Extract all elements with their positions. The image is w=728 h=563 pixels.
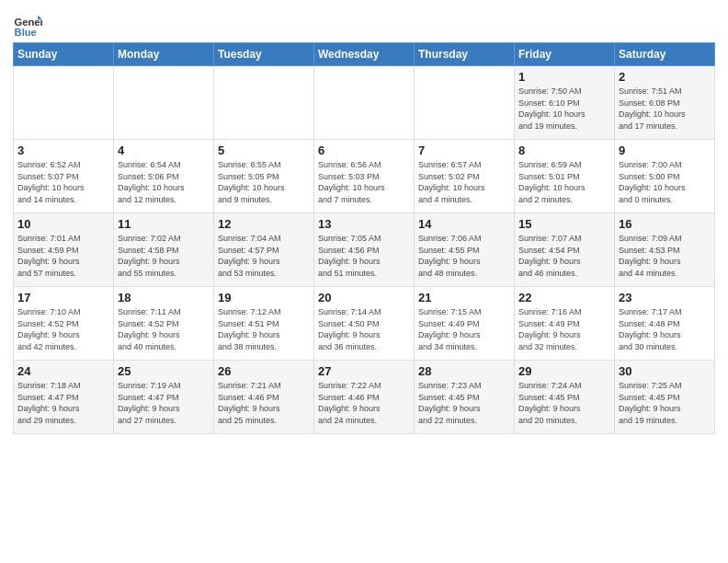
calendar-day-cell — [415, 66, 515, 140]
day-number: 6 — [318, 144, 410, 157]
calendar-day-cell: 5Sunrise: 6:55 AM Sunset: 5:05 PM Daylig… — [214, 140, 314, 213]
day-info: Sunrise: 6:52 AM Sunset: 5:07 PM Dayligh… — [17, 159, 109, 205]
day-info: Sunrise: 6:54 AM Sunset: 5:06 PM Dayligh… — [118, 159, 210, 205]
day-number: 3 — [17, 144, 109, 157]
calendar-day-cell: 2Sunrise: 7:51 AM Sunset: 6:08 PM Daylig… — [615, 66, 715, 140]
calendar-day-cell: 10Sunrise: 7:01 AM Sunset: 4:59 PM Dayli… — [14, 213, 114, 287]
day-info: Sunrise: 7:25 AM Sunset: 4:45 PM Dayligh… — [619, 380, 711, 426]
day-number: 19 — [218, 291, 310, 304]
day-number: 11 — [118, 217, 210, 231]
day-info: Sunrise: 7:50 AM Sunset: 6:10 PM Dayligh… — [518, 86, 610, 132]
calendar-week-row: 3Sunrise: 6:52 AM Sunset: 5:07 PM Daylig… — [14, 140, 715, 213]
day-info: Sunrise: 7:04 AM Sunset: 4:57 PM Dayligh… — [218, 233, 310, 279]
day-number: 13 — [318, 217, 410, 231]
day-info: Sunrise: 7:09 AM Sunset: 4:53 PM Dayligh… — [619, 233, 711, 279]
calendar-day-cell: 21Sunrise: 7:15 AM Sunset: 4:49 PM Dayli… — [415, 287, 515, 361]
calendar-day-cell: 13Sunrise: 7:05 AM Sunset: 4:56 PM Dayli… — [314, 213, 415, 287]
day-info: Sunrise: 7:17 AM Sunset: 4:48 PM Dayligh… — [619, 306, 711, 352]
calendar-week-row: 1Sunrise: 7:50 AM Sunset: 6:10 PM Daylig… — [14, 66, 715, 140]
day-info: Sunrise: 6:55 AM Sunset: 5:05 PM Dayligh… — [218, 159, 310, 205]
calendar-day-cell: 14Sunrise: 7:06 AM Sunset: 4:55 PM Dayli… — [415, 213, 515, 287]
day-number: 20 — [318, 291, 410, 304]
calendar-day-cell: 16Sunrise: 7:09 AM Sunset: 4:53 PM Dayli… — [615, 213, 715, 287]
day-info: Sunrise: 6:57 AM Sunset: 5:02 PM Dayligh… — [418, 159, 510, 205]
weekday-header: Thursday — [415, 43, 515, 66]
day-number: 17 — [17, 291, 109, 304]
day-info: Sunrise: 7:07 AM Sunset: 4:54 PM Dayligh… — [518, 233, 610, 279]
calendar-day-cell: 3Sunrise: 6:52 AM Sunset: 5:07 PM Daylig… — [14, 140, 114, 213]
day-number: 22 — [518, 291, 610, 304]
calendar-day-cell: 6Sunrise: 6:56 AM Sunset: 5:03 PM Daylig… — [314, 140, 415, 213]
weekday-header: Wednesday — [314, 43, 415, 66]
calendar-day-cell: 9Sunrise: 7:00 AM Sunset: 5:00 PM Daylig… — [615, 140, 715, 213]
day-info: Sunrise: 7:51 AM Sunset: 6:08 PM Dayligh… — [619, 86, 711, 132]
day-info: Sunrise: 7:06 AM Sunset: 4:55 PM Dayligh… — [418, 233, 510, 279]
day-info: Sunrise: 7:00 AM Sunset: 5:00 PM Dayligh… — [619, 159, 711, 205]
day-number: 25 — [118, 364, 210, 378]
day-number: 18 — [118, 291, 210, 304]
weekday-header: Saturday — [615, 43, 715, 66]
logo-icon: General Blue — [13, 9, 42, 39]
day-info: Sunrise: 7:02 AM Sunset: 4:58 PM Dayligh… — [118, 233, 210, 279]
day-info: Sunrise: 7:10 AM Sunset: 4:52 PM Dayligh… — [17, 306, 109, 352]
day-number: 5 — [218, 144, 310, 157]
calendar-day-cell: 15Sunrise: 7:07 AM Sunset: 4:54 PM Dayli… — [515, 213, 615, 287]
day-number: 24 — [17, 364, 109, 378]
calendar-day-cell: 7Sunrise: 6:57 AM Sunset: 5:02 PM Daylig… — [415, 140, 515, 213]
calendar-day-cell — [14, 66, 114, 140]
weekday-header: Monday — [114, 43, 214, 66]
calendar-day-cell: 26Sunrise: 7:21 AM Sunset: 4:46 PM Dayli… — [214, 361, 314, 434]
day-number: 15 — [518, 217, 610, 231]
calendar-day-cell — [314, 66, 415, 140]
day-info: Sunrise: 7:01 AM Sunset: 4:59 PM Dayligh… — [17, 233, 109, 279]
calendar-day-cell: 27Sunrise: 7:22 AM Sunset: 4:46 PM Dayli… — [314, 361, 415, 434]
day-number: 8 — [518, 144, 610, 157]
day-info: Sunrise: 7:15 AM Sunset: 4:49 PM Dayligh… — [418, 306, 510, 352]
day-info: Sunrise: 7:11 AM Sunset: 4:52 PM Dayligh… — [118, 306, 210, 352]
calendar-day-cell — [114, 66, 214, 140]
day-info: Sunrise: 7:14 AM Sunset: 4:50 PM Dayligh… — [318, 306, 410, 352]
calendar-day-cell: 24Sunrise: 7:18 AM Sunset: 4:47 PM Dayli… — [14, 361, 114, 434]
svg-text:Blue: Blue — [15, 27, 37, 38]
calendar-day-cell: 1Sunrise: 7:50 AM Sunset: 6:10 PM Daylig… — [515, 66, 615, 140]
calendar-day-cell: 4Sunrise: 6:54 AM Sunset: 5:06 PM Daylig… — [114, 140, 214, 213]
calendar-day-cell: 25Sunrise: 7:19 AM Sunset: 4:47 PM Dayli… — [114, 361, 214, 434]
day-info: Sunrise: 7:05 AM Sunset: 4:56 PM Dayligh… — [318, 233, 410, 279]
day-number: 26 — [218, 364, 310, 378]
calendar-day-cell: 20Sunrise: 7:14 AM Sunset: 4:50 PM Dayli… — [314, 287, 415, 361]
day-number: 16 — [619, 217, 711, 231]
day-info: Sunrise: 7:18 AM Sunset: 4:47 PM Dayligh… — [17, 380, 109, 426]
calendar-day-cell: 19Sunrise: 7:12 AM Sunset: 4:51 PM Dayli… — [214, 287, 314, 361]
calendar-day-cell: 22Sunrise: 7:16 AM Sunset: 4:49 PM Dayli… — [515, 287, 615, 361]
calendar-day-cell: 17Sunrise: 7:10 AM Sunset: 4:52 PM Dayli… — [14, 287, 114, 361]
calendar-header-row: SundayMondayTuesdayWednesdayThursdayFrid… — [14, 43, 715, 66]
day-info: Sunrise: 7:16 AM Sunset: 4:49 PM Dayligh… — [518, 306, 610, 352]
day-info: Sunrise: 7:12 AM Sunset: 4:51 PM Dayligh… — [218, 306, 310, 352]
day-number: 21 — [418, 291, 510, 304]
day-number: 1 — [518, 70, 610, 84]
day-number: 2 — [619, 70, 711, 84]
calendar-table: SundayMondayTuesdayWednesdayThursdayFrid… — [13, 42, 715, 434]
day-info: Sunrise: 7:19 AM Sunset: 4:47 PM Dayligh… — [118, 380, 210, 426]
weekday-header: Tuesday — [214, 43, 314, 66]
calendar-day-cell: 12Sunrise: 7:04 AM Sunset: 4:57 PM Dayli… — [214, 213, 314, 287]
day-number: 30 — [619, 364, 711, 378]
calendar-day-cell: 29Sunrise: 7:24 AM Sunset: 4:45 PM Dayli… — [515, 361, 615, 434]
day-number: 12 — [218, 217, 310, 231]
page-container: General Blue SundayMondayTuesdayWednesda… — [0, 0, 728, 442]
day-number: 29 — [518, 364, 610, 378]
weekday-header: Sunday — [14, 43, 114, 66]
calendar-day-cell: 30Sunrise: 7:25 AM Sunset: 4:45 PM Dayli… — [615, 361, 715, 434]
day-number: 23 — [619, 291, 711, 304]
day-number: 27 — [318, 364, 410, 378]
day-info: Sunrise: 7:21 AM Sunset: 4:46 PM Dayligh… — [218, 380, 310, 426]
day-number: 7 — [418, 144, 510, 157]
day-number: 4 — [118, 144, 210, 157]
logo: General Blue — [13, 9, 42, 39]
day-info: Sunrise: 7:24 AM Sunset: 4:45 PM Dayligh… — [518, 380, 610, 426]
day-number: 9 — [619, 144, 711, 157]
calendar-day-cell: 28Sunrise: 7:23 AM Sunset: 4:45 PM Dayli… — [415, 361, 515, 434]
calendar-day-cell: 11Sunrise: 7:02 AM Sunset: 4:58 PM Dayli… — [114, 213, 214, 287]
calendar-week-row: 24Sunrise: 7:18 AM Sunset: 4:47 PM Dayli… — [14, 361, 715, 434]
calendar-day-cell: 18Sunrise: 7:11 AM Sunset: 4:52 PM Dayli… — [114, 287, 214, 361]
